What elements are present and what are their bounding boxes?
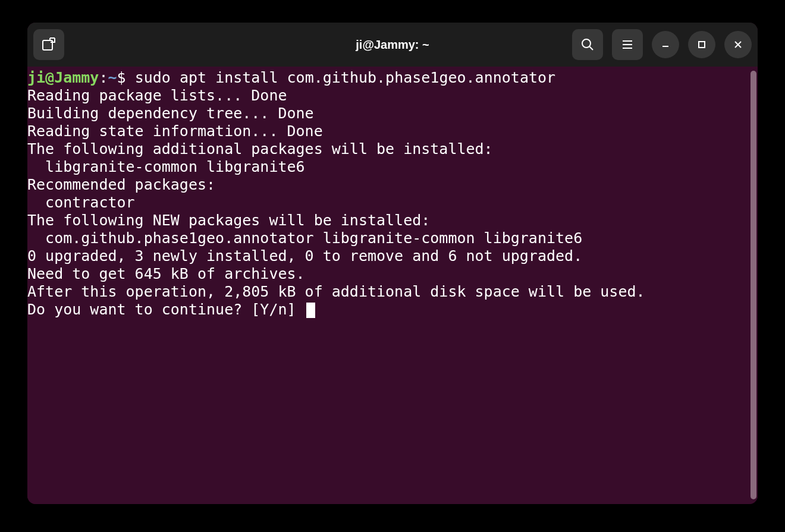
scrollbar-track[interactable] — [751, 69, 758, 504]
output-line: com.github.phase1geo.annotator libgranit… — [27, 229, 582, 247]
maximize-button[interactable] — [688, 31, 715, 58]
new-tab-icon — [41, 37, 56, 52]
titlebar: ji@Jammy: ~ — [27, 23, 758, 67]
svg-rect-12 — [699, 42, 705, 48]
output-prompt: Do you want to continue? [Y/n] — [27, 301, 305, 318]
prompt-symbol: $ — [117, 69, 126, 86]
output-line: Reading package lists... Done — [27, 87, 287, 104]
terminal-body[interactable]: ji@Jammy:~$ sudo apt install com.github.… — [27, 67, 758, 504]
terminal-content[interactable]: ji@Jammy:~$ sudo apt install com.github.… — [27, 69, 751, 504]
output-line: The following additional packages will b… — [27, 140, 493, 158]
maximize-icon — [696, 39, 707, 50]
output-line: After this operation, 2,805 kB of additi… — [27, 283, 645, 300]
hamburger-icon — [621, 38, 634, 51]
output-line: Need to get 645 kB of archives. — [27, 265, 305, 282]
titlebar-left — [33, 29, 64, 60]
search-button[interactable] — [572, 29, 603, 60]
prompt-separator: : — [99, 69, 108, 86]
close-button[interactable] — [724, 31, 752, 58]
output-line: The following NEW packages will be insta… — [27, 212, 430, 229]
new-tab-button[interactable] — [33, 29, 64, 60]
titlebar-right — [572, 29, 752, 60]
search-icon — [580, 37, 595, 52]
minimize-button[interactable] — [652, 31, 679, 58]
close-icon — [733, 39, 743, 50]
output-line: Recommended packages: — [27, 176, 215, 193]
menu-button[interactable] — [612, 29, 643, 60]
prompt-path: ~ — [108, 69, 117, 86]
output-line: libgranite-common libgranite6 — [27, 158, 305, 175]
prompt-user: ji@Jammy — [27, 69, 99, 86]
svg-line-7 — [589, 46, 593, 50]
command-text: sudo apt install com.github.phase1geo.an… — [135, 69, 555, 86]
output-line: contractor — [27, 194, 135, 211]
window-title: ji@Jammy: ~ — [356, 38, 429, 52]
output-line: Building dependency tree... Done — [27, 105, 314, 122]
minimize-icon — [660, 39, 671, 50]
output-line: Reading state information... Done — [27, 122, 323, 140]
terminal-window: ji@Jammy: ~ — [27, 23, 758, 504]
svg-point-6 — [582, 39, 591, 48]
cursor — [306, 303, 315, 318]
output-line: 0 upgraded, 3 newly installed, 0 to remo… — [27, 247, 582, 265]
scrollbar-thumb[interactable] — [751, 71, 756, 499]
